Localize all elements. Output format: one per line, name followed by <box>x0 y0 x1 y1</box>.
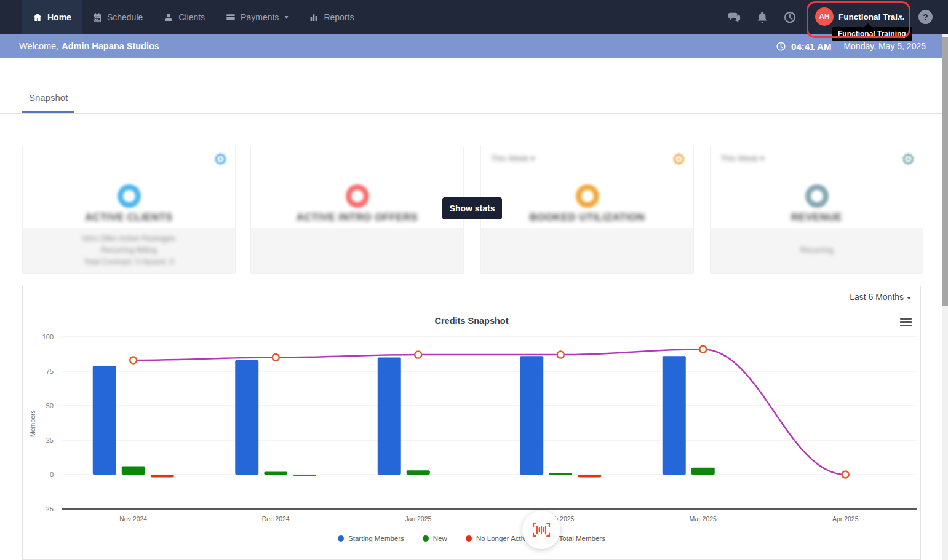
svg-text:Dec 2024: Dec 2024 <box>262 515 290 523</box>
welcome-greeting: Welcome, <box>19 41 58 51</box>
account-name-button[interactable]: Functional Trai... <box>838 12 904 22</box>
chart-legend: Starting MembersNewNo Longer ActiveTotal… <box>23 535 920 542</box>
svg-text:Members: Members <box>29 410 36 437</box>
card-period-select[interactable]: This Week ▾ <box>491 154 535 163</box>
gear-icon[interactable]: ⚙ <box>672 150 686 169</box>
tab-snapshot[interactable]: Snapshot <box>29 92 68 103</box>
gear-icon[interactable]: ⚙ <box>213 150 228 169</box>
person-icon <box>164 12 173 22</box>
barcode-icon <box>532 522 551 538</box>
bar-chart-icon <box>309 12 319 22</box>
legend-item[interactable]: New <box>419 535 451 542</box>
chevron-down-icon: ▾ <box>285 14 288 20</box>
legend-label: Starting Members <box>348 535 404 542</box>
stat-card-active-intro-offers: ACTIVE INTRO OFFERS <box>250 146 464 274</box>
legend-item[interactable]: Starting Members <box>334 535 408 542</box>
nav-item-label: Reports <box>324 12 354 22</box>
donut-icon <box>576 184 599 208</box>
chart-menu-icon[interactable] <box>900 318 912 326</box>
credits-snapshot-chart: -250255075100MembersNov 2024Dec 2024Jan … <box>23 328 920 534</box>
card-footer-line: Recurring Billing <box>101 245 157 256</box>
messages-button[interactable] <box>727 10 741 24</box>
stat-card-booked-utilization: This Week ▾ ⚙ BOOKED UTILIZATION <box>480 146 694 274</box>
history-button[interactable] <box>783 10 797 24</box>
gear-icon[interactable]: ⚙ <box>901 150 915 169</box>
barcode-widget-button[interactable] <box>522 511 560 549</box>
scrollbar[interactable] <box>942 34 948 560</box>
svg-text:Nov 2024: Nov 2024 <box>119 515 147 523</box>
svg-text:0: 0 <box>50 471 54 478</box>
svg-text:-25: -25 <box>44 505 54 513</box>
legend-dot <box>338 535 344 542</box>
donut-icon <box>346 184 369 208</box>
bell-icon <box>755 10 769 24</box>
donut-icon <box>805 184 829 208</box>
stat-card-active-clients: ⚙ ACTIVE CLIENTS Intro Offer Active Pack… <box>22 146 236 274</box>
card-footer: Recurring <box>711 228 923 273</box>
welcome-bar: Welcome, Admin Hapana Studios 04:41 AM M… <box>0 34 948 58</box>
svg-text:Mar 2025: Mar 2025 <box>690 515 717 523</box>
credit-card-icon <box>226 12 236 22</box>
nav-item-label: Schedule <box>107 12 143 22</box>
chevron-down-icon: ▾ <box>899 13 902 21</box>
stat-card-revenue: This Week ▾ ⚙ REVENUE Recurring <box>710 146 923 274</box>
card-footer-line: Total Contract: 0 Absent: 0 <box>84 256 174 268</box>
legend-dot <box>423 535 429 542</box>
help-button[interactable]: ? <box>918 10 933 24</box>
range-select[interactable]: Last 6 Months ▾ <box>850 292 910 302</box>
nav-item-schedule[interactable]: Schedule <box>82 0 153 34</box>
chat-icon <box>727 10 741 24</box>
donut-icon <box>118 184 141 208</box>
scrollbar-thumb[interactable] <box>942 37 948 306</box>
legend-label: No Longer Active <box>476 535 530 542</box>
card-period-select[interactable]: This Week ▾ <box>720 154 764 163</box>
current-time: 04:41 AM <box>791 41 831 52</box>
nav-item-home[interactable]: Home <box>22 0 82 34</box>
clock-icon <box>776 41 786 52</box>
card-footer: Intro Offer Active Packages Recurring Bi… <box>23 228 235 273</box>
card-title: ACTIVE INTRO OFFERS <box>251 211 463 223</box>
legend-label: New <box>433 535 447 542</box>
card-footer-line: Recurring <box>800 245 833 256</box>
calendar-icon <box>92 12 102 22</box>
chevron-down-icon: ▾ <box>907 294 910 301</box>
welcome-text: Welcome, Admin Hapana Studios <box>19 34 159 58</box>
top-navbar: Home Schedule Clients Payments ▾ Reports… <box>0 0 948 34</box>
legend-dot <box>466 535 472 542</box>
nav-items: Home Schedule Clients Payments ▾ Reports <box>22 0 364 34</box>
card-title: REVENUE <box>711 211 923 223</box>
chart-header: Last 6 Months ▾ <box>23 286 920 309</box>
clock-icon <box>783 10 797 24</box>
card-footer <box>251 228 463 273</box>
nav-item-label: Clients <box>178 12 205 22</box>
nav-item-reports[interactable]: Reports <box>298 0 364 34</box>
chart-title: Credits Snapshot <box>23 316 920 326</box>
card-title: BOOKED UTILIZATION <box>481 211 693 223</box>
range-label: Last 6 Months <box>850 292 904 302</box>
svg-text:100: 100 <box>42 333 54 341</box>
nav-item-label: Payments <box>241 12 279 22</box>
account-tooltip: Functional Training <box>832 27 912 41</box>
svg-text:50: 50 <box>46 402 54 409</box>
show-stats-button[interactable]: Show stats <box>442 197 502 219</box>
card-title: ACTIVE CLIENTS <box>23 211 235 223</box>
home-icon <box>33 12 42 22</box>
svg-text:75: 75 <box>46 368 54 375</box>
current-date: Monday, May 5, 2025 <box>843 41 926 51</box>
svg-text:Jan 2025: Jan 2025 <box>405 515 431 523</box>
svg-text:Apr 2025: Apr 2025 <box>832 515 859 523</box>
divider <box>0 113 948 114</box>
nav-item-clients[interactable]: Clients <box>153 0 215 34</box>
legend-label: Total Members <box>559 535 605 542</box>
card-footer <box>481 228 693 273</box>
nav-item-payments[interactable]: Payments ▾ <box>215 0 298 34</box>
admin-name: Admin Hapana Studios <box>62 41 159 51</box>
divider <box>0 82 948 82</box>
credits-snapshot-panel: Last 6 Months ▾ Credits Snapshot -250255… <box>22 286 921 560</box>
avatar[interactable]: AH <box>815 7 834 26</box>
card-footer-line: Intro Offer Active Packages <box>82 233 175 245</box>
nav-item-label: Home <box>47 12 71 22</box>
notifications-button[interactable] <box>755 10 769 24</box>
svg-text:25: 25 <box>46 436 54 444</box>
